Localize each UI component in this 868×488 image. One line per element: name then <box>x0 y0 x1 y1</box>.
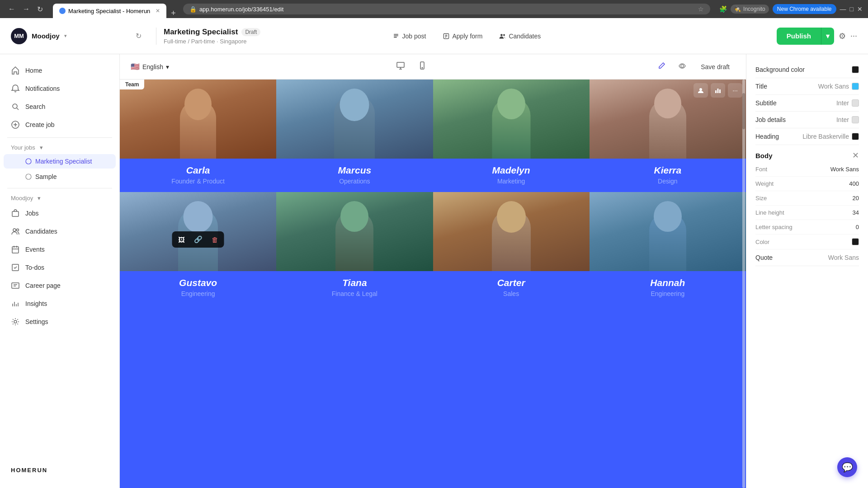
sidebar-item-home[interactable]: Home <box>4 62 116 79</box>
sidebar-label-insights: Insights <box>25 300 47 307</box>
language-selector[interactable]: 🇺🇸 English ▾ <box>131 62 169 71</box>
company-dropdown-arrow[interactable]: ▾ <box>64 33 67 39</box>
new-tab-button[interactable]: + <box>167 9 179 18</box>
svg-point-14 <box>13 229 16 231</box>
hannah-role: Engineering <box>651 290 685 297</box>
canvas-more-button[interactable]: ··· <box>728 83 742 98</box>
active-tab[interactable]: Marketing Specialist - Homerun ✕ <box>53 4 166 18</box>
image-overlay-toolbar: 🖼 🔗 🗑 <box>172 231 224 248</box>
moodjoy-dropdown[interactable]: ▾ <box>38 195 41 202</box>
chat-widget: 💬 <box>837 457 857 477</box>
sidebar-item-settings[interactable]: Settings <box>4 313 116 330</box>
subtitle-color-swatch[interactable] <box>852 99 859 107</box>
sidebar-item-candidates[interactable]: Candidates <box>4 223 116 240</box>
scrollbar-thumb[interactable] <box>742 93 745 129</box>
insights-icon <box>11 299 20 308</box>
svg-point-34 <box>681 65 684 67</box>
weight-value[interactable]: 400 <box>849 180 859 187</box>
browser-close-button[interactable]: ✕ <box>857 5 863 13</box>
line-height-value[interactable]: 34 <box>853 209 859 216</box>
job-details-label: Job details <box>755 116 786 123</box>
team-member-carter: Carter Sales <box>433 192 590 304</box>
overlay-image-button[interactable]: 🖼 <box>174 233 189 246</box>
job-post-tab[interactable]: Job post <box>385 29 434 43</box>
svg-point-33 <box>422 67 423 68</box>
overlay-link-button[interactable]: 🔗 <box>190 233 207 246</box>
sidebar-item-events[interactable]: Events <box>4 241 116 258</box>
desktop-view-button[interactable] <box>392 58 410 75</box>
sidebar-item-sample[interactable]: Sample <box>4 169 116 184</box>
star-icon[interactable]: ☆ <box>698 5 704 13</box>
canvas-chart-button[interactable] <box>711 83 725 98</box>
sidebar-item-create-job[interactable]: Create job <box>4 116 116 133</box>
background-color-swatch[interactable] <box>852 66 859 73</box>
svg-rect-38 <box>719 89 721 93</box>
madelyn-photo <box>433 80 590 159</box>
quote-value[interactable]: Work Sans <box>828 254 859 261</box>
save-draft-button[interactable]: Save draft <box>695 61 735 73</box>
your-jobs-dropdown[interactable]: ▾ <box>40 144 43 151</box>
browser-maximize-button[interactable]: □ <box>850 5 854 13</box>
kierra-role: Design <box>658 178 678 185</box>
forward-button[interactable]: → <box>20 4 33 14</box>
editor-area: 🇺🇸 English ▾ <box>120 54 746 488</box>
mobile-view-button[interactable] <box>413 58 431 75</box>
refresh-button[interactable]: ↻ <box>136 32 142 40</box>
body-color-swatch[interactable] <box>852 238 859 245</box>
sidebar-divider-1 <box>7 137 112 138</box>
publish-dropdown-button[interactable]: ▾ <box>821 28 834 45</box>
sidebar-item-todos[interactable]: To-dos <box>4 259 116 276</box>
carter-photo <box>433 192 590 271</box>
sidebar-label-settings: Settings <box>25 318 48 325</box>
reload-button[interactable]: ↻ <box>34 4 46 14</box>
right-panel: Background color Title Work Sans Subtitl… <box>746 54 868 488</box>
more-options-button[interactable]: ··· <box>850 31 857 41</box>
svg-point-6 <box>13 104 17 108</box>
canvas-person-button[interactable] <box>693 83 708 98</box>
editor-toolbar-right: Save draft <box>654 59 735 74</box>
tab-close-button[interactable]: ✕ <box>156 8 160 14</box>
svg-point-11 <box>26 159 31 164</box>
new-chrome-button[interactable]: New Chrome available <box>773 4 836 14</box>
back-button[interactable]: ← <box>5 4 18 14</box>
preview-mode-button[interactable] <box>675 59 690 74</box>
candidates-sidebar-icon <box>11 227 20 236</box>
sidebar-item-marketing-specialist[interactable]: Marketing Specialist <box>4 154 116 169</box>
apply-form-tab[interactable]: Apply form <box>435 29 490 43</box>
overlay-delete-button[interactable]: 🗑 <box>208 233 222 246</box>
language-dropdown-icon: ▾ <box>166 63 169 70</box>
flag-icon: 🇺🇸 <box>131 62 140 71</box>
title-color-swatch[interactable] <box>852 83 859 90</box>
settings-button[interactable]: ⚙ <box>839 31 846 41</box>
chat-button[interactable]: 💬 <box>837 457 857 477</box>
create-job-icon <box>11 120 20 129</box>
job-canvas: Team ··· <box>120 80 746 488</box>
heading-color-swatch[interactable] <box>852 133 859 140</box>
candidates-tab[interactable]: Candidates <box>491 29 548 43</box>
sidebar-item-insights[interactable]: Insights <box>4 295 116 312</box>
sidebar-label-candidates: Candidates <box>25 228 57 235</box>
events-icon <box>11 245 20 254</box>
publish-button[interactable]: Publish <box>777 28 821 45</box>
font-value[interactable]: Work Sans <box>830 166 859 173</box>
sidebar-divider-2 <box>7 188 112 188</box>
browser-minimize-button[interactable]: — <box>840 5 846 13</box>
extensions-icon[interactable]: 🧩 <box>719 5 727 13</box>
app-toolbar: MM Moodjoy ▾ ↻ Marketing Specialist Draf… <box>0 18 868 54</box>
sidebar-item-search[interactable]: Search <box>4 98 116 115</box>
line-height-label: Line height <box>755 209 784 216</box>
color-label: Color <box>755 239 769 245</box>
body-section-close[interactable]: ✕ <box>852 150 859 160</box>
sidebar-item-jobs[interactable]: Jobs <box>4 205 116 222</box>
svg-rect-36 <box>715 90 717 93</box>
size-value[interactable]: 20 <box>853 195 859 202</box>
sidebar-item-notifications[interactable]: Notifications <box>4 80 116 97</box>
edit-mode-button[interactable] <box>654 59 669 74</box>
address-bar[interactable] <box>199 6 695 13</box>
letter-spacing-value[interactable]: 0 <box>856 224 859 230</box>
sidebar-item-career-page[interactable]: Career page <box>4 277 116 294</box>
heading-label: Heading <box>755 133 779 140</box>
draft-badge: Draft <box>241 28 260 36</box>
sidebar-label-events: Events <box>25 246 45 253</box>
job-details-color-swatch[interactable] <box>852 116 859 123</box>
